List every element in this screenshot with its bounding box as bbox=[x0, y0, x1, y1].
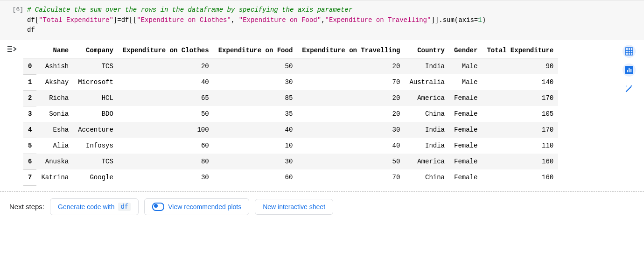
cell: 90 bbox=[482, 58, 558, 75]
cell: 160 bbox=[482, 154, 558, 169]
svg-rect-7 bbox=[629, 68, 630, 72]
output-toggle-icon[interactable] bbox=[7, 45, 17, 55]
cell: 170 bbox=[482, 122, 558, 138]
output-action-icons bbox=[623, 45, 636, 95]
cell: India bbox=[405, 58, 449, 75]
cell: 20 bbox=[118, 58, 214, 75]
cell: 60 bbox=[214, 169, 298, 185]
column-header: Gender bbox=[449, 43, 482, 58]
cell: Female bbox=[449, 154, 482, 169]
cell: Female bbox=[449, 169, 482, 185]
cell: India bbox=[405, 138, 449, 154]
table-row: 7KatrinaGoogle306070ChinaFemale160 bbox=[23, 169, 558, 185]
cell: 170 bbox=[482, 90, 558, 106]
open-in-sheets-icon[interactable] bbox=[623, 45, 636, 58]
table-row: 1AkshayMicrosoft403070AustraliaMale140 bbox=[23, 74, 558, 90]
cell: TCS bbox=[73, 154, 118, 169]
table-row: 6AnuskaTCS803050AmericaFemale160 bbox=[23, 154, 558, 169]
cell: Australia bbox=[405, 74, 449, 90]
cell: 35 bbox=[214, 106, 298, 122]
cell: Infosys bbox=[73, 138, 118, 154]
view-recommended-plots-button[interactable]: View recommended plots bbox=[144, 198, 249, 215]
table-row: 4EshaAccenture1004030IndiaFemale170 bbox=[23, 122, 558, 138]
cell: 30 bbox=[214, 74, 298, 90]
cell: 85 bbox=[214, 90, 298, 106]
cell: BDO bbox=[73, 106, 118, 122]
cell: 30 bbox=[297, 122, 405, 138]
code-line: df["Total Expenditure"]=df[["Expenditure… bbox=[27, 15, 644, 26]
suggest-chart-icon[interactable] bbox=[623, 63, 636, 77]
cell: America bbox=[405, 90, 449, 106]
column-header: Expenditure on Food bbox=[214, 43, 298, 58]
cell: 105 bbox=[482, 106, 558, 122]
cell: 20 bbox=[297, 58, 405, 75]
next-steps-row: Next steps: Generate code with df View r… bbox=[0, 192, 644, 221]
row-index: 6 bbox=[23, 154, 36, 169]
magic-wand-icon[interactable] bbox=[623, 82, 636, 95]
row-index: 1 bbox=[23, 74, 36, 90]
cell: 10 bbox=[214, 138, 298, 154]
cell: 80 bbox=[118, 154, 214, 169]
cell: China bbox=[405, 169, 449, 185]
code-comment: # Calculate the sum over the rows in the… bbox=[27, 6, 352, 14]
cell: 30 bbox=[118, 169, 214, 185]
cell: 40 bbox=[214, 122, 298, 138]
svg-rect-8 bbox=[630, 69, 631, 72]
code-editor[interactable]: # Calculate the sum over the rows in the… bbox=[27, 4, 644, 40]
cell: Akshay bbox=[36, 74, 73, 90]
column-header: Name bbox=[36, 43, 73, 58]
cell: Google bbox=[73, 169, 118, 185]
row-index: 3 bbox=[23, 106, 36, 122]
column-header: Expenditure on Travelling bbox=[297, 43, 405, 58]
cell: Sonia bbox=[36, 106, 73, 122]
row-index: 4 bbox=[23, 122, 36, 138]
output-gutter bbox=[0, 43, 23, 55]
row-index: 0 bbox=[23, 58, 36, 75]
row-index: 2 bbox=[23, 90, 36, 106]
table-row: 3SoniaBDO503520ChinaFemale105 bbox=[23, 106, 558, 122]
cell: 140 bbox=[482, 74, 558, 90]
cell: 40 bbox=[297, 138, 405, 154]
cell: 70 bbox=[297, 169, 405, 185]
cell: 70 bbox=[297, 74, 405, 90]
cell: Female bbox=[449, 122, 482, 138]
cell: China bbox=[405, 106, 449, 122]
execution-count: [6] bbox=[0, 4, 27, 13]
cell: Katrina bbox=[36, 169, 73, 185]
cell: Male bbox=[449, 74, 482, 90]
cell: Ashish bbox=[36, 58, 73, 75]
next-steps-label: Next steps: bbox=[9, 203, 44, 211]
cell: 20 bbox=[297, 106, 405, 122]
toggle-icon bbox=[152, 203, 164, 211]
cell: 60 bbox=[118, 138, 214, 154]
cell: Esha bbox=[36, 122, 73, 138]
code-line: df bbox=[27, 26, 35, 34]
svg-rect-6 bbox=[627, 70, 628, 72]
cell: HCL bbox=[73, 90, 118, 106]
cell: 20 bbox=[297, 90, 405, 106]
cell: 50 bbox=[214, 58, 298, 75]
cell: 50 bbox=[297, 154, 405, 169]
table-row: 2RichaHCL658520AmericaFemale170 bbox=[23, 90, 558, 106]
cell: 40 bbox=[118, 74, 214, 90]
dataframe-table: NameCompanyExpenditure on ClothesExpendi… bbox=[23, 43, 558, 186]
cell: Male bbox=[449, 58, 482, 75]
output-area: NameCompanyExpenditure on ClothesExpendi… bbox=[0, 40, 644, 189]
column-header: Expenditure on Clothes bbox=[118, 43, 214, 58]
cell: 50 bbox=[118, 106, 214, 122]
generate-code-button[interactable]: Generate code with df bbox=[50, 198, 139, 215]
svg-rect-0 bbox=[625, 48, 633, 55]
cell: Female bbox=[449, 90, 482, 106]
column-header: Total Expenditure bbox=[482, 43, 558, 58]
code-cell: [6] # Calculate the sum over the rows in… bbox=[0, 0, 644, 40]
column-header: Country bbox=[405, 43, 449, 58]
cell: Female bbox=[449, 106, 482, 122]
cell: TCS bbox=[73, 58, 118, 75]
new-interactive-sheet-button[interactable]: New interactive sheet bbox=[255, 199, 333, 215]
cell: America bbox=[405, 154, 449, 169]
cell: 65 bbox=[118, 90, 214, 106]
cell: India bbox=[405, 122, 449, 138]
cell: 160 bbox=[482, 169, 558, 185]
table-row: 0AshishTCS205020IndiaMale90 bbox=[23, 58, 558, 75]
row-index: 5 bbox=[23, 138, 36, 154]
